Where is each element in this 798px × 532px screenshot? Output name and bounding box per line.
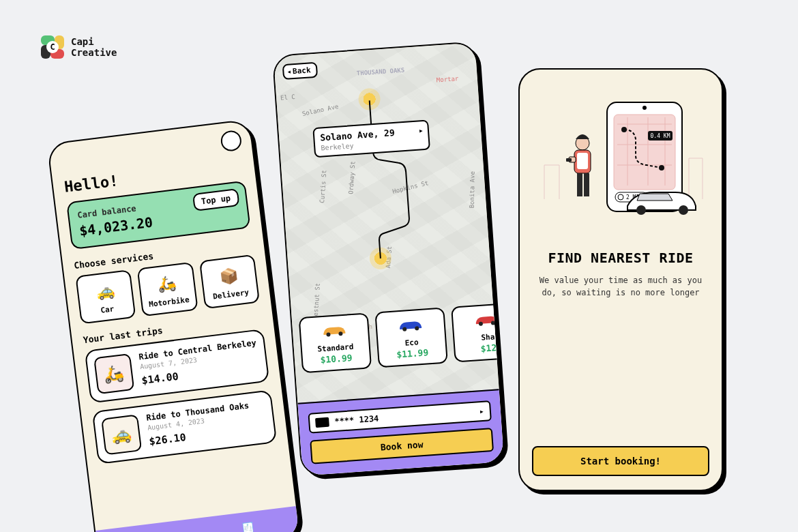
car-icon [383, 314, 438, 338]
phone-map: THOUSAND OAKS Solano Ave Beverly Pl Hopk… [272, 41, 506, 477]
street-label: Curtis St [319, 170, 327, 203]
poi-label: Mortar [437, 75, 459, 83]
street-label: Ordway St [347, 161, 356, 194]
phone-onboarding: 0.4 KM 2 MIN FIND NEARE [518, 68, 723, 491]
svg-rect-18 [577, 153, 588, 169]
car-icon: 🚕 [80, 277, 130, 306]
svg-point-23 [636, 205, 646, 215]
car-icon: 🚕 [101, 414, 142, 455]
origin-pin [357, 87, 381, 110]
service-car[interactable]: 🚕 Car [75, 269, 136, 324]
bottom-nav: ▭ 🧾 [95, 506, 299, 532]
poi-label: El C [280, 93, 295, 101]
ride-shared[interactable]: Sha $12 [451, 302, 505, 363]
service-delivery[interactable]: 📦 Delivery [199, 254, 260, 309]
area-label: THOUSAND OAKS [357, 67, 405, 77]
svg-rect-8 [614, 115, 675, 190]
street-label: Hopkins St [391, 179, 429, 195]
map-canvas[interactable]: THOUSAND OAKS Solano Ave Beverly Pl Hopk… [274, 42, 504, 475]
chevron-right-icon: ▸ [418, 125, 424, 135]
svg-point-24 [679, 205, 688, 215]
ride-standard[interactable]: Standard $10.99 [299, 312, 372, 373]
street-label: Solano Ave [301, 103, 339, 117]
car-icon [307, 320, 361, 344]
onboarding-illustration: 0.4 KM 2 MIN [532, 83, 709, 233]
svg-point-7 [642, 106, 647, 110]
svg-point-9 [621, 127, 627, 132]
onboard-subtitle: We value your time as much as you do, so… [532, 274, 709, 299]
svg-point-10 [659, 165, 664, 171]
card-icon [315, 417, 329, 428]
logo-text: CapiCreative [71, 36, 117, 58]
svg-rect-22 [566, 158, 572, 162]
trip-card[interactable]: 🚕 Ride to Thousand Oaks August 4, 2023 $… [92, 389, 278, 464]
logo-mark: C [41, 35, 64, 59]
booking-sheet: **** 1234 ▸ Book now [297, 389, 504, 475]
svg-rect-19 [577, 173, 582, 196]
svg-rect-20 [584, 173, 589, 196]
route-line [366, 95, 419, 262]
motorbike-icon: 🛵 [142, 269, 192, 298]
ride-options: Standard $10.99 Eco $11.99 Sha $12 [299, 302, 506, 374]
back-button[interactable]: ◂ Back [282, 62, 319, 80]
car-icon [460, 310, 505, 334]
brand-logo: C CapiCreative [41, 35, 117, 59]
phone-home: Hello! Top up Card balance $4,023.20 Cho… [46, 119, 301, 532]
payment-selector[interactable]: **** 1234 ▸ [308, 400, 491, 434]
ride-eco[interactable]: Eco $11.99 [374, 308, 447, 368]
svg-text:0.4 KM: 0.4 KM [651, 133, 670, 139]
onboard-title: FIND NEAREST RIDE [532, 250, 709, 266]
start-booking-button[interactable]: Start booking! [532, 446, 709, 476]
chevron-left-icon: ◂ [286, 67, 292, 76]
package-icon: 📦 [204, 261, 254, 290]
book-button[interactable]: Book now [310, 428, 494, 464]
chevron-right-icon: ▸ [479, 407, 484, 416]
street-label: Bonita Ave [469, 171, 476, 208]
service-motorbike[interactable]: 🛵 Motorbike [137, 262, 198, 316]
motorbike-icon: 🛵 [93, 353, 134, 394]
receipt-icon[interactable]: 🧾 [238, 518, 258, 532]
card-last4: **** 1234 [334, 414, 379, 427]
address-card[interactable]: ▸ Solano Ave, 29 Berkeley [312, 119, 430, 158]
